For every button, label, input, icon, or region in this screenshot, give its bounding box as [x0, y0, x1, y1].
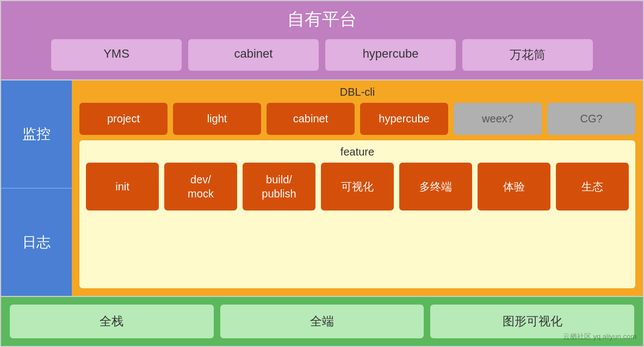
feature-title: feature: [86, 146, 629, 158]
dbl-cli-row: project light cabinet hypercube weex? CG…: [79, 103, 635, 135]
dbl-cli-title: DBL-cli: [79, 86, 635, 98]
feature-item-ecosystem: 生态: [556, 163, 629, 210]
watermark: 云栖社区 yq.aliyun.com: [563, 332, 636, 342]
middle-section: 监控 日志 DBL-cli project light cabinet hype…: [1, 79, 643, 297]
top-box-hypercube: hypercube: [325, 39, 456, 71]
dbl-cli-section: DBL-cli project light cabinet hypercube …: [79, 86, 635, 135]
dbl-item-cabinet: cabinet: [267, 103, 355, 135]
feature-item-multi-terminal: 多终端: [399, 163, 472, 210]
feature-section: feature init dev/ mock build/ publish 可视…: [79, 140, 635, 288]
top-section: 自有平台 YMS cabinet hypercube 万花筒: [1, 1, 643, 79]
dbl-item-weex: weex?: [454, 103, 542, 135]
feature-row: init dev/ mock build/ publish 可视化 多终端 体验…: [86, 163, 629, 210]
left-item-log: 日志: [1, 189, 72, 296]
feature-item-visualization: 可视化: [321, 163, 394, 210]
top-box-wanhutong: 万花筒: [462, 39, 593, 71]
right-section: DBL-cli project light cabinet hypercube …: [72, 80, 643, 296]
top-boxes: YMS cabinet hypercube 万花筒: [10, 39, 634, 71]
top-box-cabinet: cabinet: [188, 39, 319, 71]
feature-item-build-publish: build/ publish: [243, 163, 315, 210]
top-box-yms: YMS: [51, 39, 182, 71]
bottom-box-fullend: 全端: [220, 305, 424, 338]
dbl-item-light: light: [173, 103, 261, 135]
feature-item-init: init: [86, 163, 159, 210]
dbl-item-project: project: [79, 103, 168, 135]
main-wrapper: 自有平台 YMS cabinet hypercube 万花筒 监控 日志 DBL…: [0, 0, 644, 347]
dbl-item-hypercube: hypercube: [360, 103, 448, 135]
bottom-box-fullstack: 全栈: [10, 305, 214, 338]
left-column: 监控 日志: [1, 80, 72, 296]
bottom-boxes: 全栈 全端 图形可视化: [10, 305, 634, 338]
dbl-item-cg: CG?: [547, 103, 635, 135]
feature-item-experience: 体验: [478, 163, 550, 210]
left-item-monitor: 监控: [1, 80, 72, 189]
feature-item-dev-mock: dev/ mock: [164, 163, 237, 210]
bottom-section: 全栈 全端 图形可视化: [1, 297, 643, 346]
platform-title: 自有平台: [10, 8, 634, 32]
